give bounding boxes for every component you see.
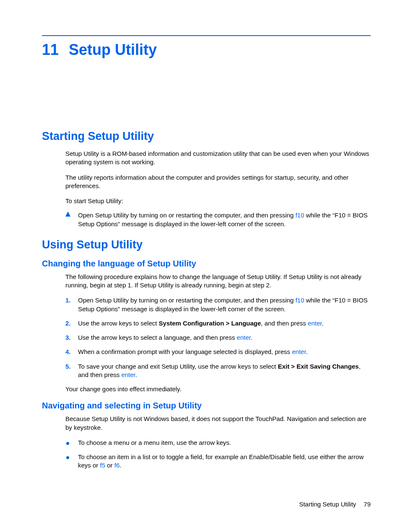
step-number: 3.	[65, 333, 78, 342]
text-part: Use the arrow keys to select a language,…	[78, 334, 237, 341]
step-4: 4. When a confirmation prompt with your …	[65, 348, 371, 356]
text-part: .	[135, 371, 137, 378]
starting-p2: The utility reports information about th…	[65, 173, 371, 191]
menu-path: System Configuration > Language	[159, 320, 261, 327]
navigating-intro: Because Setup Utility is not Windows bas…	[65, 415, 371, 432]
step-2: 2. Use the arrow keys to select System C…	[65, 319, 371, 328]
step-number: 5.	[65, 362, 78, 371]
step-number: 1.	[65, 296, 78, 305]
chapter-name: Setup Utility	[69, 41, 157, 58]
page-footer: Starting Setup Utility79	[299, 501, 371, 508]
step-number: 2.	[65, 319, 78, 328]
text-part: or	[105, 462, 114, 469]
starting-p3: To start Setup Utility:	[65, 197, 371, 205]
key-enter: enter	[121, 371, 135, 378]
menu-path: Exit > Exit Saving Changes	[278, 363, 359, 370]
chapter-rule	[42, 35, 371, 36]
bullet-text: To choose an item in a list or to toggle…	[78, 453, 371, 470]
starting-step-text: Open Setup Utility by turning on or rest…	[78, 211, 371, 228]
bullet-icon	[65, 439, 78, 447]
bullet-2: To choose an item in a list or to toggle…	[65, 453, 371, 470]
text-part: , and then press	[261, 320, 308, 327]
step-3: 3. Use the arrow keys to select a langua…	[65, 333, 371, 342]
step-text-pre: Open Setup Utility by turning on or rest…	[78, 212, 296, 219]
starting-p1: Setup Utility is a ROM-based information…	[65, 150, 371, 167]
key-enter: enter	[292, 348, 306, 355]
language-outro: Your change goes into effect immediately…	[65, 385, 371, 393]
step-text: To save your change and exit Setup Utili…	[78, 362, 371, 380]
text-part: Use the arrow keys to select	[78, 320, 159, 327]
chapter-number: 11	[42, 41, 59, 58]
triangle-icon	[65, 211, 78, 217]
text-part: .	[306, 348, 308, 355]
chapter-title: 11Setup Utility	[42, 41, 371, 59]
text-part: To save your change and exit Setup Utili…	[78, 363, 278, 370]
text-part: When a confirmation prompt with your lan…	[78, 348, 292, 355]
footer-label: Starting Setup Utility	[299, 501, 356, 508]
text-part: Open Setup Utility by turning on or rest…	[78, 297, 296, 304]
text-part: .	[119, 462, 121, 469]
key-f5: f5	[100, 462, 106, 469]
subsection-language-heading: Changing the language of Setup Utility	[42, 259, 371, 269]
svg-marker-0	[65, 212, 70, 217]
starting-step: Open Setup Utility by turning on or rest…	[65, 211, 371, 228]
section-using-heading: Using Setup Utility	[42, 238, 371, 251]
key-enter: enter	[308, 320, 322, 327]
step-number: 4.	[65, 348, 78, 356]
step-text: Open Setup Utility by turning on or rest…	[78, 296, 371, 313]
step-1: 1. Open Setup Utility by turning on or r…	[65, 296, 371, 313]
text-part: .	[251, 334, 252, 341]
subsection-navigating-heading: Navigating and selecting in Setup Utilit…	[42, 401, 371, 411]
step-text: When a confirmation prompt with your lan…	[78, 348, 371, 356]
key-enter: enter	[237, 334, 251, 341]
step-5: 5. To save your change and exit Setup Ut…	[65, 362, 371, 380]
bullet-1: To choose a menu or a menu item, use the…	[65, 439, 371, 447]
step-text: Use the arrow keys to select a language,…	[78, 333, 371, 342]
key-f10: f10	[296, 297, 304, 304]
key-f6: f6	[114, 462, 120, 469]
bullet-icon	[65, 453, 78, 461]
page-number: 79	[364, 501, 371, 508]
bullet-text: To choose a menu or a menu item, use the…	[78, 439, 371, 447]
section-starting-heading: Starting Setup Utility	[42, 130, 371, 143]
text-part: .	[322, 320, 323, 327]
step-text: Use the arrow keys to select System Conf…	[78, 319, 371, 328]
key-f10: f10	[296, 212, 304, 219]
language-intro: The following procedure explains how to …	[65, 273, 371, 290]
